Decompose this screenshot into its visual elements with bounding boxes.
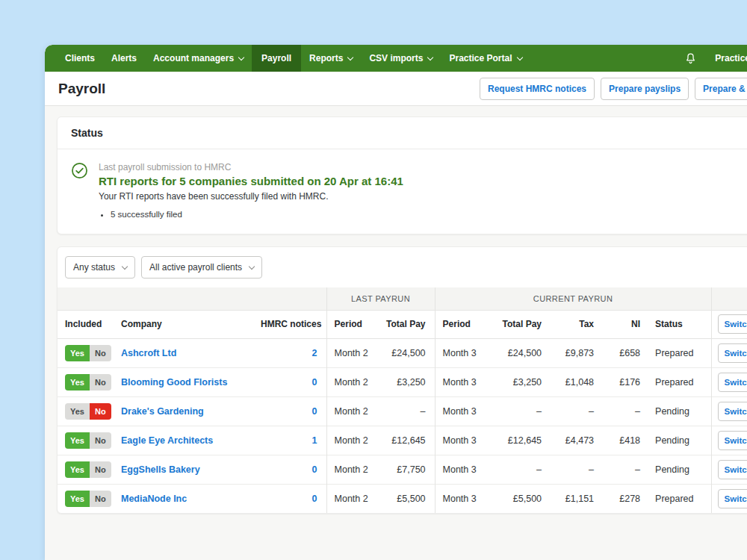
request-hmrc-notices-button[interactable]: Request HMRC notices [480,78,595,100]
included-no-button[interactable]: No [90,345,111,361]
status-cell: Prepared [649,484,711,513]
chevron-down-icon [238,54,244,60]
ni-cell: £278 [603,484,649,513]
included-no-button[interactable]: No [90,432,111,449]
switch-to-button[interactable]: Switch to [718,373,747,392]
status-headline: RTI reports for 5 companies submitted on… [99,175,403,187]
notifications-bell-icon[interactable] [684,52,697,65]
hmrc-notices-link[interactable]: 0 [312,377,317,388]
table-row: Yes No Ashcroft Ltd 2 Month 2 £24,500 Mo… [58,338,747,367]
current-total-pay-cell: £24,500 [483,338,551,367]
clients-filter-dropdown[interactable]: All active payroll clients [141,256,262,279]
included-toggle: Yes No [65,403,111,420]
prepare-and-file-payroll-button[interactable]: Prepare & file pa [695,78,747,100]
last-period-cell: Month 2 [326,455,375,484]
switch-to-button[interactable]: Switch to [718,489,747,508]
column-header-current-period: Period [435,310,483,338]
last-total-pay-cell: – [375,396,435,426]
ni-cell: – [603,455,649,484]
ni-cell: – [603,396,649,426]
tax-cell: £1,151 [551,484,603,513]
current-period-cell: Month 3 [435,484,483,513]
page-title: Payroll [58,81,105,97]
included-toggle: Yes No [65,491,111,507]
nav-item-clients[interactable]: Clients [57,45,103,72]
status-filter-value: Any status [73,262,115,273]
current-total-pay-cell: £12,645 [483,426,551,455]
included-no-button[interactable]: No [90,374,111,391]
current-period-cell: Month 3 [435,338,483,367]
status-filter-dropdown[interactable]: Any status [65,256,135,279]
nav-item-alerts[interactable]: Alerts [103,45,145,72]
included-toggle: Yes No [65,345,111,361]
tax-cell: – [551,396,603,426]
chevron-down-icon [516,54,522,60]
column-header-last-period: Period [326,310,375,338]
prepare-payslips-button[interactable]: Prepare payslips [601,78,689,100]
company-link[interactable]: Blooming Good Florists [121,377,227,388]
hmrc-notices-link[interactable]: 0 [312,406,317,417]
hmrc-notices-link[interactable]: 1 [312,435,317,446]
included-no-button[interactable]: No [90,461,111,478]
included-toggle: Yes No [65,461,111,478]
chevron-down-icon [347,54,353,60]
payroll-table: LAST PAYRUN CURRENT PAYRUN Included Comp… [58,287,747,513]
column-header-switch: Switch to [711,310,747,338]
included-yes-button[interactable]: Yes [65,491,90,507]
status-cell: Pending [649,396,711,426]
switch-to-button[interactable]: Switch to [718,460,747,479]
last-total-pay-cell: £12,645 [375,426,435,455]
current-period-cell: Month 3 [435,396,483,426]
switch-to-button[interactable]: Switch to [718,314,747,334]
current-total-pay-cell: £5,500 [483,484,551,513]
hmrc-notices-link[interactable]: 0 [312,464,317,475]
top-navbar: Clients Alerts Account managers Payroll … [45,45,747,72]
included-yes-button[interactable]: Yes [65,432,90,449]
included-yes-button[interactable]: Yes [65,403,90,420]
chevron-down-icon [249,263,255,269]
status-card-title: Status [58,117,747,149]
table-row: Yes No EggShells Bakery 0 Month 2 £7,750… [58,455,747,484]
company-link[interactable]: MediaNode Inc [121,494,187,504]
nav-item-csv-imports[interactable]: CSV imports [361,45,441,72]
ni-cell: £658 [603,338,649,367]
group-header-last-payrun: LAST PAYRUN [326,287,435,310]
switch-to-button[interactable]: Switch to [718,402,747,421]
nav-items: Clients Alerts Account managers Payroll … [57,45,530,72]
status-cell: Prepared [649,338,711,367]
included-yes-button[interactable]: Yes [65,374,90,391]
company-link[interactable]: Drake's Gardening [121,406,204,417]
hmrc-notices-link[interactable]: 2 [312,348,317,358]
included-no-button[interactable]: No [90,403,111,420]
nav-item-account-managers[interactable]: Account managers [145,45,252,72]
column-header-hmrc-notices: HMRC notices [261,310,326,338]
nav-item-practice-portal[interactable]: Practice Portal [441,45,530,72]
page-content: Status Last payroll submission to HMRC R… [45,106,747,524]
table-row: Yes No Eagle Eye Architects 1 Month 2 £1… [58,426,747,455]
page-header: Payroll Request HMRC notices Prepare pay… [45,72,747,106]
last-total-pay-cell: £5,500 [375,484,435,513]
company-link[interactable]: EggShells Bakery [121,464,200,475]
nav-item-practice-dashboard[interactable]: Practice Dashb [715,53,747,63]
switch-to-button[interactable]: Switch to [718,343,747,363]
table-row: Yes No Drake's Gardening 0 Month 2 – Mon… [58,396,747,426]
switch-to-button[interactable]: Switch to [718,431,747,450]
included-yes-button[interactable]: Yes [65,345,90,361]
table-row: Yes No MediaNode Inc 0 Month 2 £5,500 Mo… [58,484,747,513]
included-toggle: Yes No [65,374,111,391]
column-header-ni: NI [603,310,649,338]
tax-cell: – [551,455,603,484]
payroll-table-card: Any status All active payroll clients [57,246,747,514]
company-link[interactable]: Ashcroft Ltd [121,348,176,358]
nav-item-payroll[interactable]: Payroll [252,45,301,72]
hmrc-notices-link[interactable]: 0 [312,494,317,504]
header-actions: Request HMRC notices Prepare payslips Pr… [480,72,747,106]
nav-item-reports[interactable]: Reports [301,45,361,72]
status-card-body: Last payroll submission to HMRC RTI repo… [58,149,747,234]
included-no-button[interactable]: No [90,491,111,507]
group-header-current-payrun: CURRENT PAYRUN [435,287,711,310]
tax-cell: £9,873 [551,338,603,367]
included-yes-button[interactable]: Yes [65,461,90,478]
last-period-cell: Month 2 [326,484,375,513]
company-link[interactable]: Eagle Eye Architects [121,435,213,446]
